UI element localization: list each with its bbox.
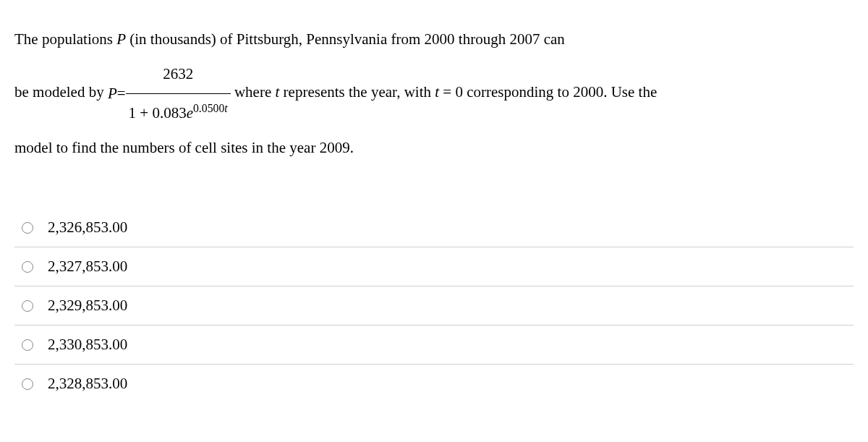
question-cond-eq: = 0 <box>439 83 463 101</box>
sup-a: 0.0500 <box>193 102 224 114</box>
radio-button[interactable] <box>22 378 33 390</box>
option-row[interactable]: 2,328,853.00 <box>14 365 854 403</box>
option-label: 2,329,853.00 <box>48 297 127 315</box>
options-list: 2,326,853.00 2,327,853.00 2,329,853.00 2… <box>14 208 854 403</box>
question-after-a: where <box>231 83 276 101</box>
question-after-b: represents the year, with <box>279 83 435 101</box>
sup-t: t <box>224 102 227 114</box>
fraction-denominator: 1 + 0.083e0.0500t <box>126 94 231 130</box>
option-row[interactable]: 2,327,853.00 <box>14 247 854 286</box>
option-row[interactable]: 2,330,853.00 <box>14 326 854 365</box>
formula: P = 26321 + 0.083e0.0500t <box>108 56 231 130</box>
formula-eq: = <box>117 76 126 111</box>
option-label: 2,330,853.00 <box>48 336 127 354</box>
option-label: 2,327,853.00 <box>48 258 127 276</box>
fraction-numerator: 2632 <box>126 56 231 93</box>
question-line1-before: The populations <box>14 30 116 48</box>
radio-button[interactable] <box>22 261 33 273</box>
question-line2-before: be modeled by <box>14 83 108 101</box>
question-line1-after: (in thousands) of Pittsburgh, Pennsylvan… <box>126 30 565 48</box>
radio-button[interactable] <box>22 222 33 234</box>
option-label: 2,326,853.00 <box>48 218 127 237</box>
den-part-e: e <box>187 104 193 122</box>
formula-lhs-var: P <box>108 76 117 111</box>
question-line3: model to find the numbers of cell sites … <box>14 139 354 156</box>
question-after-c: corresponding to 2000. Use the <box>463 83 657 101</box>
radio-button[interactable] <box>22 339 33 351</box>
den-part-a: 1 + 0.083 <box>129 104 187 122</box>
option-label: 2,328,853.00 <box>48 375 127 393</box>
den-superscript: 0.0500t <box>193 102 228 114</box>
formula-fraction: 26321 + 0.083e0.0500t <box>126 56 231 130</box>
option-row[interactable]: 2,326,853.00 <box>14 208 854 247</box>
radio-button[interactable] <box>22 300 33 312</box>
option-row[interactable]: 2,329,853.00 <box>14 286 854 326</box>
question-text: The populations P (in thousands) of Pitt… <box>14 22 854 165</box>
question-var-p: P <box>116 30 126 48</box>
